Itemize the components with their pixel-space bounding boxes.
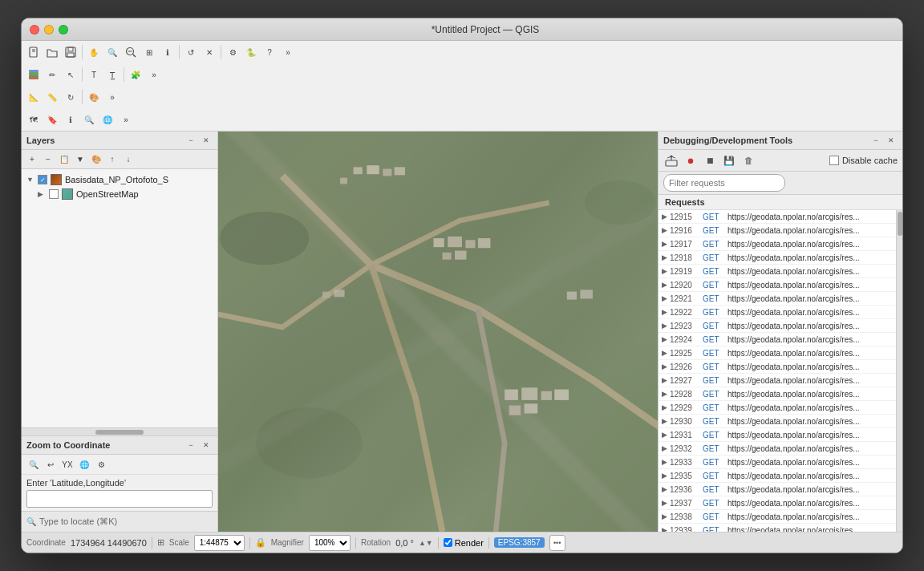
select-btn[interactable]: ↖: [62, 66, 79, 83]
request-row[interactable]: ▶ 12931 GET https://geodata.npolar.no/ar…: [659, 428, 896, 442]
refresh-btn[interactable]: ↺: [182, 43, 200, 61]
bookmark-btn[interactable]: 🔖: [43, 111, 61, 128]
request-row[interactable]: ▶ 12916 GET https://geodata.npolar.no/ar…: [659, 224, 896, 237]
request-row[interactable]: ▶ 12929 GET https://geodata.npolar.no/ar…: [659, 401, 896, 415]
zoom-extent-btn[interactable]: ⊞: [140, 43, 158, 61]
snap-btn[interactable]: 📐: [25, 88, 43, 106]
request-row[interactable]: ▶ 12933 GET https://geodata.npolar.no/ar…: [659, 456, 896, 469]
help-btn[interactable]: ?: [261, 43, 278, 61]
cancel-btn[interactable]: ✕: [201, 43, 218, 61]
remove-layer-btn[interactable]: −: [41, 152, 55, 167]
identify-btn[interactable]: ℹ: [159, 43, 176, 61]
record-btn[interactable]: ⏺: [683, 152, 699, 168]
request-row[interactable]: ▶ 12939 GET https://geodata.npolar.no/ar…: [659, 524, 896, 532]
layer-style-btn[interactable]: 🎨: [89, 152, 103, 167]
debug-panel-close[interactable]: ✕: [885, 134, 898, 147]
request-row[interactable]: ▶ 12922 GET https://geodata.npolar.no/ar…: [659, 306, 896, 319]
map-canvas[interactable]: [218, 132, 658, 532]
zoom-panel-minimize[interactable]: −: [184, 439, 197, 452]
extend2-btn[interactable]: »: [145, 66, 163, 83]
request-row[interactable]: ▶ 12935 GET https://geodata.npolar.no/ar…: [659, 469, 896, 483]
request-row[interactable]: ▶ 12927 GET https://geodata.npolar.no/ar…: [659, 374, 896, 387]
extend-btn[interactable]: »: [279, 43, 297, 61]
add-layer-toolbar-btn[interactable]: +: [25, 152, 39, 167]
layer-1-checkbox[interactable]: ✓: [38, 175, 47, 184]
request-row[interactable]: ▶ 12937 GET https://geodata.npolar.no/ar…: [659, 496, 896, 510]
request-row[interactable]: ▶ 12928 GET https://geodata.npolar.no/ar…: [659, 387, 896, 401]
rotate-btn[interactable]: ↻: [62, 88, 79, 106]
layer-up-btn[interactable]: ↑: [105, 152, 120, 167]
layers-scrollbar[interactable]: [22, 427, 217, 435]
debug-network-icon[interactable]: [663, 152, 679, 168]
layer-2-checkbox[interactable]: [49, 189, 59, 199]
style-btn[interactable]: 🎨: [85, 88, 103, 106]
request-row[interactable]: ▶ 12915 GET https://geodata.npolar.no/ar…: [659, 210, 896, 224]
request-row[interactable]: ▶ 12936 GET https://geodata.npolar.no/ar…: [659, 483, 896, 496]
requests-scrollbar[interactable]: [896, 210, 902, 532]
pan-btn[interactable]: ✋: [85, 43, 103, 61]
plugins-btn[interactable]: 🧩: [127, 66, 144, 83]
open-project-btn[interactable]: [43, 43, 61, 61]
request-row[interactable]: ▶ 12919 GET https://geodata.npolar.no/ar…: [659, 265, 896, 278]
scale-select[interactable]: 1:44875: [194, 535, 245, 551]
layers-panel-minimize[interactable]: −: [184, 134, 197, 147]
request-row[interactable]: ▶ 12923 GET https://geodata.npolar.no/ar…: [659, 319, 896, 333]
magnifier-select[interactable]: 100%: [309, 535, 351, 551]
zoom-coord-btn[interactable]: 🔍: [80, 111, 98, 128]
digitize-btn[interactable]: ✏: [43, 66, 61, 83]
new-project-btn[interactable]: [25, 43, 43, 61]
minimize-button[interactable]: [44, 25, 54, 34]
layer-item[interactable]: ▼ ✓ Basisdata_NP_Ortofoto_S: [22, 172, 217, 187]
more-options-btn[interactable]: •••: [549, 535, 565, 551]
layer-item[interactable]: ▶ OpenStreetMap: [22, 187, 217, 201]
request-row[interactable]: ▶ 12920 GET https://geodata.npolar.no/ar…: [659, 278, 896, 292]
stop-btn[interactable]: ⏹: [702, 152, 718, 168]
info-btn[interactable]: ℹ: [62, 111, 79, 128]
render-checkbox[interactable]: Render: [444, 538, 484, 548]
settings-btn[interactable]: ⚙: [224, 43, 241, 61]
globe-btn[interactable]: 🌐: [99, 111, 116, 128]
crs-btn[interactable]: 🌐: [77, 457, 91, 472]
filter-layer-btn[interactable]: ▼: [73, 152, 87, 167]
zoom-btn[interactable]: 🔍: [26, 457, 41, 472]
swap-xy-btn[interactable]: YX: [60, 457, 75, 472]
zoom-out-btn[interactable]: [122, 43, 140, 61]
request-row[interactable]: ▶ 12918 GET https://geodata.npolar.no/ar…: [659, 251, 896, 265]
extend3-btn[interactable]: »: [103, 88, 121, 106]
clear-log-btn[interactable]: 🗑: [740, 152, 756, 168]
extend4-btn[interactable]: »: [117, 111, 135, 128]
render-checkbox-input[interactable]: [444, 538, 452, 547]
request-row[interactable]: ▶ 12921 GET https://geodata.npolar.no/ar…: [659, 292, 896, 306]
disable-cache-checkbox[interactable]: [829, 156, 839, 165]
open-attr-btn[interactable]: 📋: [57, 152, 71, 167]
zoom-panel-close[interactable]: ✕: [200, 439, 213, 452]
disable-cache-label[interactable]: Disable cache: [829, 156, 898, 165]
layer-down-btn[interactable]: ↓: [121, 152, 136, 167]
layers-panel-close[interactable]: ✕: [200, 134, 213, 147]
request-row[interactable]: ▶ 12924 GET https://geodata.npolar.no/ar…: [659, 333, 896, 346]
requests-list[interactable]: ▶ 12915 GET https://geodata.npolar.no/ar…: [659, 210, 896, 532]
zoom-back-btn[interactable]: ↩: [43, 457, 58, 472]
maximize-button[interactable]: [59, 25, 68, 34]
save-project-btn[interactable]: [62, 43, 79, 61]
label-btn[interactable]: T: [85, 66, 103, 83]
request-row[interactable]: ▶ 12932 GET https://geodata.npolar.no/ar…: [659, 442, 896, 456]
zoom-coordinate-input[interactable]: [26, 490, 213, 508]
map-nav-btn[interactable]: 🗺: [25, 111, 43, 128]
request-row[interactable]: ▶ 12925 GET https://geodata.npolar.no/ar…: [659, 346, 896, 360]
request-row[interactable]: ▶ 12938 GET https://geodata.npolar.no/ar…: [659, 510, 896, 524]
request-row[interactable]: ▶ 12930 GET https://geodata.npolar.no/ar…: [659, 415, 896, 428]
label2-btn[interactable]: T̲: [103, 66, 121, 83]
filter-requests-input[interactable]: [663, 174, 785, 192]
request-row[interactable]: ▶ 12926 GET https://geodata.npolar.no/ar…: [659, 360, 896, 374]
epsg-badge[interactable]: EPSG:3857: [494, 537, 545, 548]
close-button[interactable]: [30, 25, 39, 34]
request-row[interactable]: ▶ 12917 GET https://geodata.npolar.no/ar…: [659, 237, 896, 251]
save-log-btn[interactable]: 💾: [721, 152, 737, 168]
measure-btn[interactable]: 📏: [43, 88, 61, 106]
debug-panel-minimize[interactable]: −: [869, 134, 882, 147]
python-btn[interactable]: 🐍: [242, 43, 260, 61]
zoom-in-btn[interactable]: 🔍: [103, 43, 121, 61]
add-layer-btn[interactable]: [25, 66, 43, 83]
zoom-options-btn[interactable]: ⚙: [94, 457, 108, 472]
